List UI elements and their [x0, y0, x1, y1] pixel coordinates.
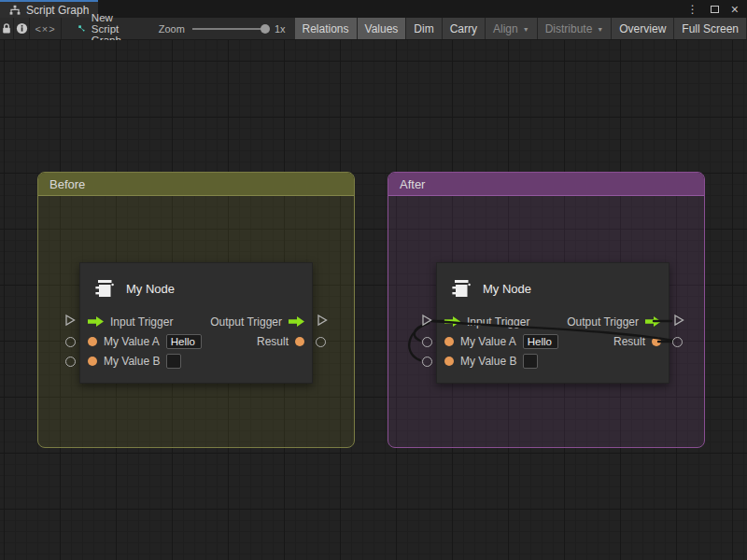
- dim-button[interactable]: Dim: [406, 18, 442, 39]
- carry-button[interactable]: Carry: [443, 18, 486, 39]
- node-header: My Node: [80, 263, 312, 310]
- value-b-input[interactable]: [166, 354, 181, 369]
- chevron-down-icon: ▼: [597, 25, 603, 33]
- zoom-level: 1x: [275, 23, 286, 35]
- external-value-port-left-a[interactable]: [422, 337, 432, 347]
- zoom-label: Zoom: [159, 23, 185, 35]
- value-port-icon: [88, 337, 97, 346]
- relations-button[interactable]: Relations: [295, 18, 358, 39]
- port-my-value-a[interactable]: My Value A Hello: [88, 334, 202, 349]
- values-button[interactable]: Values: [358, 18, 407, 39]
- group-before-header[interactable]: Before: [38, 173, 354, 196]
- value-port-icon: [295, 337, 304, 346]
- window-menu-icon[interactable]: ⋮: [687, 3, 698, 16]
- graph-canvas[interactable]: Before After My Node Input Trigger: [0, 40, 747, 560]
- output-trigger-label: Output Trigger: [567, 315, 639, 329]
- unit-icon: [92, 276, 116, 301]
- code-icon: <×>: [35, 23, 55, 35]
- distribute-button[interactable]: Distribute▼: [538, 18, 613, 39]
- group-before-title: Before: [49, 177, 85, 191]
- trigger-arrow-icon: [444, 316, 460, 327]
- port-my-value-b[interactable]: My Value B: [444, 354, 538, 369]
- value-port-icon: [88, 357, 97, 366]
- node-header: My Node: [437, 263, 669, 310]
- zoom-control: Zoom 1x: [149, 18, 295, 39]
- group-after-title: After: [400, 177, 425, 191]
- port-output-trigger[interactable]: Output Trigger: [567, 315, 661, 329]
- trigger-arrow-icon: [88, 316, 104, 327]
- value-port-icon: [652, 337, 661, 346]
- node-ports: Input Trigger Output Trigger My Value A …: [80, 312, 312, 371]
- node-ports: Input Trigger Output Trigger My Value A …: [437, 312, 669, 371]
- port-output-trigger[interactable]: Output Trigger: [210, 315, 304, 329]
- node-title: My Node: [483, 282, 531, 296]
- value-a-input[interactable]: Hello: [523, 334, 558, 349]
- lock-button[interactable]: [0, 18, 14, 39]
- external-result-port-right[interactable]: [316, 337, 326, 347]
- overview-label: Overview: [619, 22, 666, 35]
- graph-icon: [9, 5, 21, 16]
- group-after-header[interactable]: After: [388, 173, 704, 196]
- zoom-slider[interactable]: [192, 28, 267, 30]
- relations-label: Relations: [303, 22, 349, 35]
- info-button[interactable]: [14, 18, 30, 39]
- external-result-port-right[interactable]: [672, 337, 683, 347]
- maximize-icon[interactable]: [711, 6, 719, 13]
- carry-label: Carry: [450, 22, 477, 35]
- values-label: Values: [365, 22, 399, 35]
- value-port-icon: [444, 337, 454, 346]
- zoom-slider-handle[interactable]: [261, 24, 270, 34]
- close-icon[interactable]: ×: [731, 3, 739, 16]
- trigger-row: Input Trigger Output Trigger: [437, 312, 669, 331]
- port-input-trigger[interactable]: Input Trigger: [444, 315, 529, 329]
- code-view-button[interactable]: <×>: [30, 18, 62, 39]
- node-title: My Node: [126, 282, 175, 296]
- distribute-label: Distribute: [545, 22, 593, 35]
- result-label: Result: [613, 335, 645, 348]
- result-label: Result: [257, 335, 289, 348]
- value-a-input[interactable]: Hello: [166, 334, 202, 349]
- trigger-arrow-icon: [645, 316, 661, 327]
- external-trigger-port-right[interactable]: [316, 314, 329, 327]
- external-value-port-left-b[interactable]: [422, 357, 432, 367]
- node-my-node-after[interactable]: My Node Input Trigger Output Trigger My …: [436, 262, 669, 384]
- graph-toolbar: <×> New Script Graph Zoom 1x Relations V…: [0, 18, 747, 40]
- port-result[interactable]: Result: [257, 335, 304, 348]
- value-b-input[interactable]: [523, 354, 538, 369]
- my-value-b-label: My Value B: [460, 355, 516, 368]
- my-value-b-label: My Value B: [104, 355, 160, 368]
- value-port-icon: [444, 357, 454, 366]
- node-my-node-before[interactable]: My Node Input Trigger Output Trigger My …: [79, 262, 313, 384]
- value-a-row: My Value A Hello Result: [80, 331, 312, 351]
- overview-button[interactable]: Overview: [612, 18, 674, 39]
- value-b-row: My Value B: [437, 351, 669, 371]
- external-value-port-left-a[interactable]: [65, 337, 76, 347]
- lock-icon: [1, 22, 12, 35]
- external-value-port-left-b[interactable]: [65, 357, 76, 367]
- align-label: Align: [493, 22, 518, 35]
- toolbar-buttons: Relations Values Dim Carry Align▼ Distri…: [295, 18, 747, 39]
- dim-label: Dim: [414, 22, 433, 35]
- unit-icon: [448, 276, 472, 301]
- full-screen-button[interactable]: Full Screen: [674, 18, 747, 39]
- tab-script-graph[interactable]: Script Graph: [0, 0, 98, 18]
- port-result[interactable]: Result: [613, 335, 661, 348]
- window-controls: ⋮ ×: [687, 0, 747, 18]
- external-trigger-port-left[interactable]: [420, 314, 433, 327]
- output-trigger-label: Output Trigger: [210, 315, 282, 329]
- my-value-a-label: My Value A: [104, 335, 160, 348]
- external-trigger-port-right[interactable]: [672, 314, 685, 327]
- align-button[interactable]: Align▼: [486, 18, 538, 39]
- graph-title: New Script Graph: [62, 18, 149, 39]
- new-script-graph-icon: [78, 22, 85, 35]
- port-input-trigger[interactable]: Input Trigger: [88, 315, 173, 329]
- info-icon: [16, 22, 28, 35]
- port-my-value-a[interactable]: My Value A Hello: [444, 334, 558, 349]
- port-my-value-b[interactable]: My Value B: [88, 354, 181, 369]
- value-a-row: My Value A Hello Result: [437, 331, 669, 351]
- my-value-a-label: My Value A: [460, 335, 516, 348]
- value-b-row: My Value B: [80, 351, 312, 371]
- full-screen-label: Full Screen: [682, 22, 739, 35]
- input-trigger-label: Input Trigger: [110, 315, 173, 329]
- external-trigger-port-left[interactable]: [63, 314, 77, 327]
